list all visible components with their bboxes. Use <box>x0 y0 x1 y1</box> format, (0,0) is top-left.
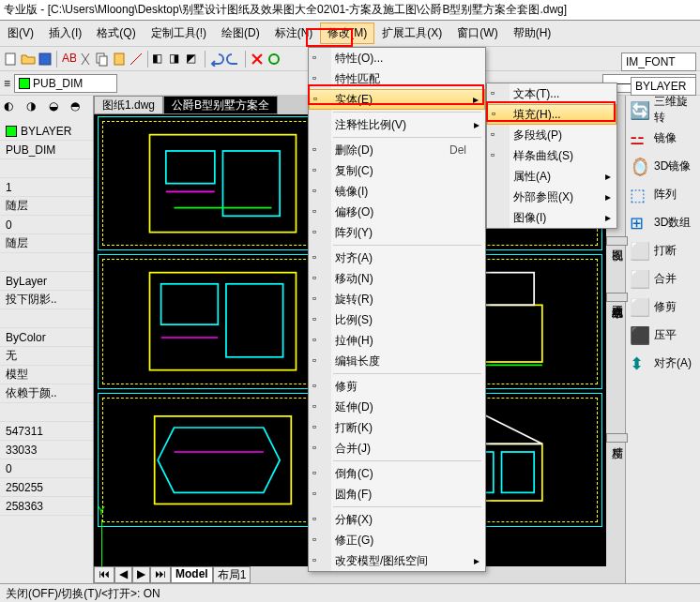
property-row[interactable]: PUB_DIM <box>0 141 93 159</box>
modify-tool[interactable]: 🔄三维旋转 <box>626 96 700 124</box>
property-row[interactable]: 投下阴影.. <box>0 291 93 309</box>
menu-item[interactable]: 定制工具(!) <box>144 23 214 44</box>
redo-icon[interactable] <box>226 52 241 67</box>
property-row[interactable] <box>0 309 93 328</box>
menu-item[interactable]: ▫偏移(O) <box>309 202 485 222</box>
menu-item[interactable]: ▫圆角(F) <box>309 484 485 504</box>
delete-icon[interactable] <box>250 52 265 67</box>
menu-item[interactable]: ▫删除(D)Del <box>309 140 485 160</box>
menu-item[interactable]: ▫打断(K) <box>309 417 485 438</box>
layer-icon[interactable]: ≡ <box>4 77 10 90</box>
property-row[interactable]: 547311 <box>0 422 93 441</box>
menu-item[interactable]: 扩展工具(X) <box>374 23 449 44</box>
new-icon[interactable] <box>4 52 19 67</box>
menu-item[interactable]: 图(V) <box>0 23 41 44</box>
menu-item[interactable]: ▫修正(G) <box>309 530 485 550</box>
menu-item[interactable]: ▫实体(E)▸ <box>309 89 485 110</box>
vtab[interactable]: 精度 <box>606 433 628 443</box>
menu-item[interactable]: ▫编辑长度 <box>309 351 485 371</box>
tool-icon[interactable]: ◑ <box>26 99 45 118</box>
file-tab[interactable]: 图纸1.dwg <box>94 96 163 114</box>
menu-item[interactable]: ▫镜像(I) <box>309 181 485 202</box>
property-row[interactable]: 0 <box>0 459 93 478</box>
menu-item[interactable]: 图像(I)▸ <box>487 207 616 228</box>
menu-item[interactable]: 外部参照(X)▸ <box>487 187 616 207</box>
match-icon[interactable] <box>129 52 144 67</box>
bylayer-right[interactable]: BYLAYER <box>631 77 696 96</box>
menu-item[interactable]: ▫特性(O)... <box>309 48 485 68</box>
property-row[interactable]: 随层 <box>0 234 93 253</box>
circle-icon[interactable] <box>266 52 282 67</box>
save-icon[interactable] <box>38 52 53 67</box>
menu-item[interactable]: ▫文本(T)... <box>487 83 616 104</box>
menu-item[interactable]: 属性(A)▸ <box>487 166 616 187</box>
property-row[interactable] <box>0 253 93 272</box>
tool-icon[interactable]: ◨ <box>169 52 184 67</box>
menu-item[interactable]: ▫比例(S) <box>309 309 485 330</box>
property-row[interactable]: 258363 <box>0 497 93 516</box>
font-dropdown[interactable]: IM_FONT <box>621 53 696 71</box>
menu-item[interactable]: ▫延伸(D) <box>309 397 485 417</box>
menu-item[interactable]: 帮助(H) <box>506 23 559 44</box>
menu-item[interactable]: ▫样条曲线(S) <box>487 145 616 166</box>
property-row[interactable]: ByColor <box>0 328 93 347</box>
modify-tool[interactable]: ⚍镜像 <box>626 124 700 152</box>
tool-icon[interactable]: ◧ <box>152 52 167 67</box>
modify-tool[interactable]: ⬜合并 <box>626 264 700 293</box>
file-tab-active[interactable]: 公爵B型别墅方案全 <box>163 96 278 114</box>
layer-dropdown[interactable]: PUB_DIM <box>14 74 117 93</box>
menu-item[interactable]: ▫移动(N) <box>309 268 485 289</box>
menu-item[interactable]: ▫阵列(Y) <box>309 222 485 243</box>
menu-item[interactable]: 标注(N) <box>267 23 321 44</box>
menu-item[interactable]: 窗口(W) <box>449 23 505 44</box>
vtab[interactable]: 三维动态观察 <box>606 293 628 302</box>
menu-item[interactable]: ▫改变模型/图纸空间▸ <box>309 550 485 571</box>
menu-item[interactable]: 注释性比例(V)▸ <box>309 114 485 135</box>
property-row[interactable]: 随层 <box>0 197 93 216</box>
menu-item[interactable]: ▫合并(J) <box>309 438 485 459</box>
undo-icon[interactable] <box>209 52 224 67</box>
modify-tool[interactable]: ⊞3D数组 <box>626 208 700 236</box>
vtab[interactable]: 视图 <box>606 236 628 246</box>
property-row[interactable]: ByLayer <box>0 272 93 291</box>
menu-item[interactable]: ▫对齐(A) <box>309 248 485 268</box>
menu-item[interactable]: ▫修剪 <box>309 376 485 397</box>
tool-icon[interactable]: ◩ <box>186 52 201 67</box>
tool-icon[interactable]: ◒ <box>49 99 68 118</box>
menu-item[interactable]: ▫旋转(R) <box>309 289 485 309</box>
modify-tool[interactable]: ⬜打断 <box>626 236 700 264</box>
property-row[interactable]: 模型 <box>0 366 93 384</box>
property-row[interactable] <box>0 403 93 422</box>
property-row[interactable]: 250255 <box>0 478 93 497</box>
menu-item[interactable]: ▫倒角(C) <box>309 463 485 484</box>
tool-icon[interactable]: ◐ <box>4 99 23 118</box>
property-row[interactable]: 33033 <box>0 441 93 459</box>
menu-item[interactable]: ▫填充(H)... <box>487 104 616 125</box>
menu-item[interactable]: ▫复制(C) <box>309 160 485 181</box>
copy-icon[interactable] <box>95 52 110 67</box>
modify-tool[interactable]: ⬜修剪 <box>626 293 700 321</box>
menu-item[interactable]: 修改(M) <box>320 23 374 44</box>
tool-icon[interactable]: ◓ <box>70 99 89 118</box>
menu-item[interactable]: ▫分解(X) <box>309 509 485 530</box>
property-row[interactable]: 1 <box>0 178 93 197</box>
menu-item[interactable]: 格式(Q) <box>89 23 143 44</box>
abc-icon[interactable]: ABC <box>61 52 76 67</box>
modify-tool[interactable]: ⬍对齐(A) <box>626 349 700 377</box>
menu-item[interactable]: 插入(I) <box>41 23 89 44</box>
property-row[interactable]: BYLAYER <box>0 122 93 141</box>
modify-tool[interactable]: 🪞3D镜像 <box>626 152 700 180</box>
menu-item[interactable]: ▫特性匹配 <box>309 68 485 89</box>
menu-item[interactable]: ▫多段线(P) <box>487 125 616 145</box>
cut-icon[interactable] <box>78 52 93 67</box>
modify-tool[interactable]: ⬚阵列 <box>626 180 700 208</box>
property-row[interactable]: 依赖于颜.. <box>0 384 93 403</box>
modify-tool[interactable]: ⬛压平 <box>626 321 700 349</box>
open-icon[interactable] <box>21 52 36 67</box>
property-row[interactable]: 无 <box>0 347 93 366</box>
paste-icon[interactable] <box>112 52 127 67</box>
property-row[interactable]: 0 <box>0 216 93 234</box>
menu-item[interactable]: ▫拉伸(H) <box>309 330 485 351</box>
property-row[interactable] <box>0 159 93 178</box>
menu-item[interactable]: 绘图(D) <box>214 23 267 44</box>
